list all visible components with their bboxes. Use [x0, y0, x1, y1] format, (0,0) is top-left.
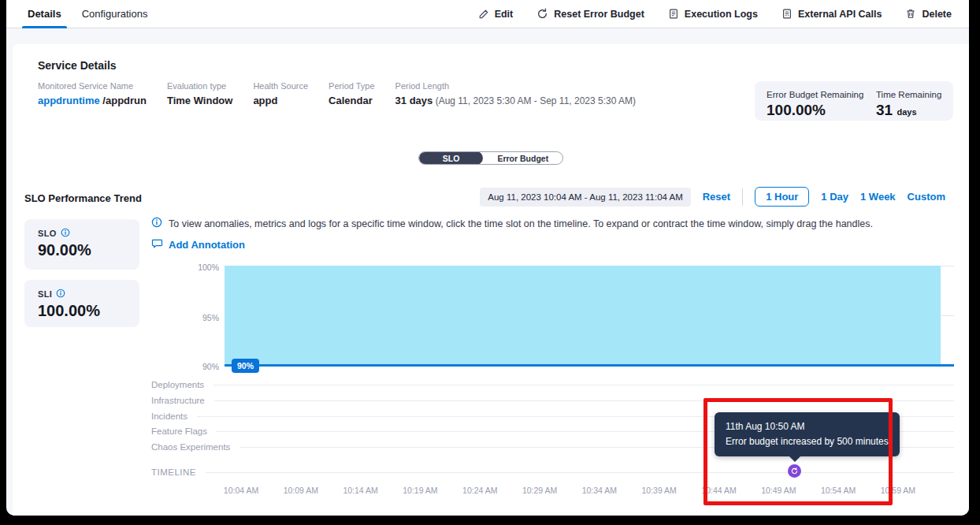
x-tick: 10:29 AM — [519, 486, 560, 495]
document-icon — [668, 8, 679, 20]
evaluation-type-label: Evaluation type — [167, 81, 232, 91]
y-tick-100: 100% — [151, 262, 219, 272]
external-api-calls-button[interactable]: External API Calls — [781, 8, 882, 20]
timeline-label: TIMELINE — [151, 467, 196, 477]
period-type-label: Period Type — [329, 81, 375, 91]
slo-trend-chart: 100% 95% 90% 90% Deployments Infrastruct… — [151, 259, 954, 505]
monitored-service-label: Monitored Service Name — [38, 81, 147, 91]
x-tick: 10:14 AM — [340, 486, 381, 495]
lane-incidents-label: Incidents — [151, 411, 187, 421]
tooltip-message: Error budget increased by 500 minutes — [726, 434, 889, 449]
annotation-marker-icon[interactable] — [788, 464, 801, 478]
x-axis-labels: 10:04 AM 10:09 AM 10:14 AM 10:19 AM 10:2… — [221, 486, 919, 495]
details-panel: Service Details Monitored Service Name a… — [13, 44, 969, 516]
lane-infrastructure-label: Infrastructure — [151, 396, 205, 405]
slo-card-value: 90.00% — [38, 241, 126, 259]
x-tick: 10:09 AM — [280, 486, 321, 495]
external-api-calls-label: External API Calls — [798, 9, 882, 20]
toolbar: Edit Reset Error Budget Execution Logs E… — [478, 8, 969, 20]
x-tick: 10:54 AM — [818, 486, 859, 495]
date-range-chip: Aug 11, 2023 10:04 AM - Aug 11, 2023 11:… — [480, 188, 690, 207]
edit-button-label: Edit — [495, 9, 514, 20]
y-tick-95: 95% — [151, 313, 219, 322]
lane-chaos-experiments-label: Chaos Experiments — [151, 442, 230, 452]
x-tick: 10:19 AM — [399, 486, 440, 495]
toggle-slo[interactable]: SLO — [419, 151, 484, 165]
tab-details[interactable]: Details — [17, 0, 72, 28]
evaluation-type-value: Time Window — [167, 95, 232, 106]
field-evaluation-type: Evaluation type Time Window — [167, 81, 232, 106]
slo-threshold-line — [225, 364, 954, 367]
range-1-hour[interactable]: 1 Hour — [755, 187, 809, 207]
execution-logs-button[interactable]: Execution Logs — [668, 8, 758, 20]
period-type-value: Calendar — [329, 95, 375, 106]
field-period-length: Period Length 31 days (Aug 11, 2023 5:30… — [395, 81, 636, 106]
lane-infrastructure: Infrastructure — [151, 396, 954, 405]
lane-timeline: TIMELINE — [151, 467, 954, 477]
y-tick-90: 90% — [151, 362, 219, 371]
sli-info-icon[interactable] — [56, 289, 65, 300]
slo-errorbudget-toggle: SLO Error Budget — [418, 151, 563, 165]
chart-plot-area[interactable]: 90% — [225, 266, 954, 366]
service-details-fields: Monitored Service Name appdruntime /appd… — [38, 81, 636, 106]
error-budget-remaining-card: Error Budget Remaining 100.00% — [755, 81, 875, 121]
field-health-source: Health Source appd — [253, 81, 308, 106]
lane-deployments-label: Deployments — [151, 380, 204, 389]
reset-link[interactable]: Reset — [703, 191, 730, 203]
add-annotation-button[interactable]: Add Annotation — [151, 237, 245, 251]
monitored-service-suffix: /appdrun — [100, 95, 147, 106]
lane-line — [206, 472, 954, 473]
time-remaining-unit: days — [896, 107, 916, 117]
tooltip-time: 11th Aug 10:50 AM — [726, 419, 889, 434]
error-budget-remaining-value: 100.00% — [767, 102, 863, 119]
lane-line — [213, 385, 954, 385]
sli-area-series — [225, 266, 941, 364]
x-tick: 10:04 AM — [221, 486, 262, 495]
tab-bar: Details Configurations Edit Reset Error … — [6, 0, 969, 28]
range-1-week[interactable]: 1 Week — [860, 191, 896, 203]
annotation-bubble-icon — [151, 237, 163, 251]
time-remaining-label: Time Remaining — [876, 90, 941, 99]
x-tick: 10:44 AM — [699, 486, 740, 495]
api-document-icon — [781, 8, 793, 20]
period-length-detail: (Aug 11, 2023 5:30 AM - Sep 11, 2023 5:3… — [432, 95, 636, 106]
edit-button[interactable]: Edit — [478, 9, 514, 20]
controls-divider — [742, 188, 743, 206]
x-tick: 10:39 AM — [639, 486, 680, 495]
field-period-type: Period Type Calendar — [329, 81, 375, 106]
sli-card: SLI 100.00% — [24, 280, 139, 327]
execution-logs-label: Execution Logs — [685, 9, 758, 20]
service-details-heading: Service Details — [38, 59, 117, 72]
reset-icon — [536, 8, 548, 20]
period-length-value: 31 days — [395, 95, 433, 106]
delete-button[interactable]: Delete — [905, 8, 952, 20]
app-page: Details Configurations Edit Reset Error … — [6, 0, 969, 516]
field-monitored-service: Monitored Service Name appdruntime /appd… — [38, 81, 147, 106]
range-1-day[interactable]: 1 Day — [821, 191, 848, 203]
reset-error-budget-button[interactable]: Reset Error Budget — [536, 8, 644, 20]
error-budget-remaining-label: Error Budget Remaining — [767, 90, 863, 99]
delete-button-label: Delete — [922, 9, 952, 20]
info-text: To view anomalies, metrics and logs for … — [169, 218, 873, 229]
x-tick: 10:34 AM — [579, 486, 620, 495]
slo-card-label: SLO — [38, 229, 57, 238]
time-remaining-value: 31 — [876, 102, 893, 118]
slo-info-icon[interactable] — [61, 228, 70, 239]
lane-line — [214, 400, 954, 401]
sli-card-value: 100.00% — [38, 302, 126, 320]
slo-threshold-badge: 90% — [232, 359, 259, 373]
tab-configurations[interactable]: Configurations — [72, 0, 158, 28]
period-length-label: Period Length — [395, 81, 636, 91]
toggle-error-budget[interactable]: Error Budget — [483, 151, 562, 165]
time-remaining-card: Time Remaining 31 days — [864, 81, 953, 121]
range-custom[interactable]: Custom — [908, 191, 945, 203]
x-tick: 10:59 AM — [878, 486, 919, 495]
annotation-tooltip: 11th Aug 10:50 AM Error budget increased… — [715, 412, 900, 456]
trash-icon — [905, 8, 916, 20]
lane-feature-flags-label: Feature Flags — [151, 426, 207, 436]
x-tick: 10:24 AM — [459, 486, 500, 495]
monitored-service-link[interactable]: appdruntime — [38, 95, 100, 106]
trend-controls: Aug 11, 2023 10:04 AM - Aug 11, 2023 11:… — [480, 187, 945, 207]
info-row: To view anomalies, metrics and logs for … — [151, 217, 873, 230]
lane-deployments: Deployments — [151, 380, 954, 389]
